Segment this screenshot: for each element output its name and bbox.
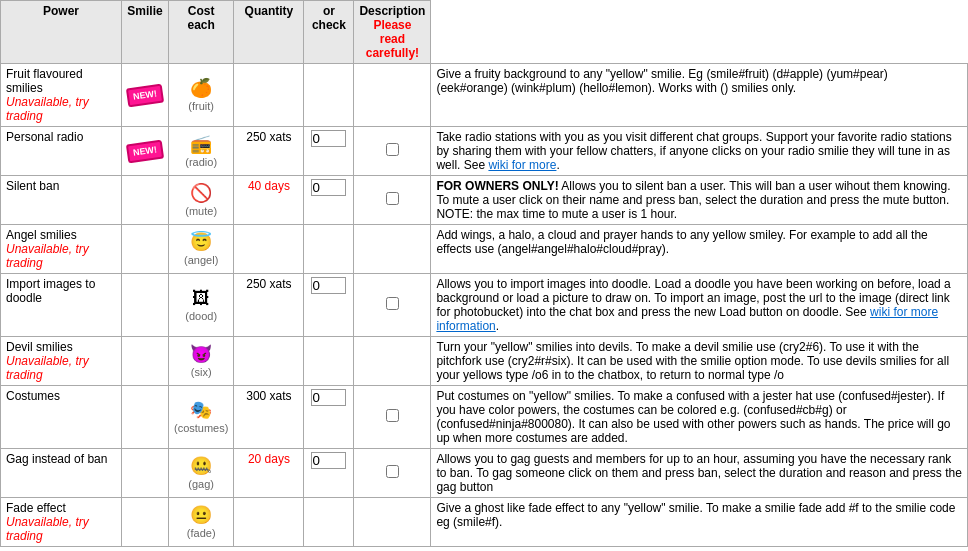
smilie-code: (costumes) (174, 422, 228, 434)
cost-cell: 250 xats (234, 274, 304, 337)
smilie-code: (gag) (188, 478, 214, 490)
cost-cell: 300 xats (234, 386, 304, 449)
description-text: Turn your "yellow" smilies into devils. … (436, 340, 949, 382)
cost-cell (234, 225, 304, 274)
check-cell (354, 449, 431, 498)
smilie-code: (angel) (184, 254, 218, 266)
description-warning: Please read carefully! (366, 18, 419, 60)
check-checkbox[interactable] (386, 297, 399, 310)
description-text: Give a ghost like fade effect to any "ye… (436, 501, 955, 529)
badge-cell: NEW! (121, 127, 168, 176)
table-row: Silent ban🚫(mute)40 daysFOR OWNERS ONLY!… (1, 176, 968, 225)
description-cell: Take radio stations with you as you visi… (431, 127, 968, 176)
description-cell: Give a fruity background to any "yellow"… (431, 64, 968, 127)
check-checkbox[interactable] (386, 465, 399, 478)
description-bold: FOR OWNERS ONLY! (436, 179, 558, 193)
badge-cell (121, 337, 168, 386)
table-row: Costumes🎭(costumes)300 xatsPut costumes … (1, 386, 968, 449)
smilie-code: (fruit) (188, 100, 214, 112)
power-cell: Fade effectUnavailable, try trading (1, 498, 122, 547)
smilie-code: (mute) (185, 205, 217, 217)
power-name: Fade effect (6, 501, 66, 515)
smilie-cell: 🤐(gag) (168, 449, 233, 498)
smilie-icon: 😐 (190, 505, 212, 525)
smilie-cell: 📻(radio) (168, 127, 233, 176)
description-link[interactable]: wiki for more (488, 158, 556, 172)
quantity-input[interactable] (311, 179, 346, 196)
description-cell: Put costumes on "yellow" smilies. To mak… (431, 386, 968, 449)
smilie-icon: 📻 (190, 134, 212, 154)
quantity-cell (304, 337, 354, 386)
cost-cell: 20 days (234, 449, 304, 498)
smilie-icon: 🍊 (190, 78, 212, 98)
smilie-cell: 🎭(costumes) (168, 386, 233, 449)
table-row: Devil smiliesUnavailable, try trading😈(s… (1, 337, 968, 386)
power-unavailable: Unavailable, try trading (6, 354, 89, 382)
quantity-input[interactable] (311, 389, 346, 406)
badge-cell (121, 274, 168, 337)
smilie-icon: 😇 (190, 232, 212, 252)
table-row: Personal radioNEW!📻(radio)250 xatsTake r… (1, 127, 968, 176)
smilie-cell: 🚫(mute) (168, 176, 233, 225)
power-cell: Costumes (1, 386, 122, 449)
check-checkbox[interactable] (386, 143, 399, 156)
check-checkbox[interactable] (386, 192, 399, 205)
table-row: Angel smiliesUnavailable, try trading😇(a… (1, 225, 968, 274)
power-name: Gag instead of ban (6, 452, 107, 466)
check-checkbox[interactable] (386, 409, 399, 422)
check-cell (354, 386, 431, 449)
description-text: Add wings, a halo, a cloud and prayer ha… (436, 228, 927, 256)
smilie-code: (six) (191, 366, 212, 378)
col-check: or check (304, 1, 354, 64)
quantity-cell (304, 127, 354, 176)
quantity-input[interactable] (311, 452, 346, 469)
description-text: . (556, 158, 559, 172)
badge-cell: NEW! (121, 64, 168, 127)
cost-cell: 250 xats (234, 127, 304, 176)
power-unavailable: Unavailable, try trading (6, 242, 89, 270)
smilie-cell: 😈(six) (168, 337, 233, 386)
check-cell (354, 498, 431, 547)
col-description: Description Please read carefully! (354, 1, 431, 64)
col-quantity: Quantity (234, 1, 304, 64)
col-smilie: Smilie (121, 1, 168, 64)
badge-cell (121, 498, 168, 547)
smilie-code: (radio) (185, 156, 217, 168)
power-name: Fruit flavoured smilies (6, 67, 83, 95)
power-cell: Devil smiliesUnavailable, try trading (1, 337, 122, 386)
cost-value: 250 xats (246, 130, 291, 144)
check-cell (354, 127, 431, 176)
smilie-icon: 😈 (190, 344, 212, 364)
check-cell (354, 274, 431, 337)
quantity-input[interactable] (311, 277, 346, 294)
table-row: Fruit flavoured smiliesUnavailable, try … (1, 64, 968, 127)
description-text: . (496, 319, 499, 333)
description-cell: Turn your "yellow" smilies into devils. … (431, 337, 968, 386)
table-row: Import images to doodle🖼(dood)250 xatsAl… (1, 274, 968, 337)
badge-cell (121, 176, 168, 225)
col-power: Power (1, 1, 122, 64)
description-text: Give a fruity background to any "yellow"… (436, 67, 887, 95)
power-name: Silent ban (6, 179, 59, 193)
power-cell: Angel smiliesUnavailable, try trading (1, 225, 122, 274)
power-cell: Personal radio (1, 127, 122, 176)
col-cost: Cost each (168, 1, 233, 64)
power-cell: Gag instead of ban (1, 449, 122, 498)
cost-value: 250 xats (246, 277, 291, 291)
power-unavailable: Unavailable, try trading (6, 95, 89, 123)
power-cell: Silent ban (1, 176, 122, 225)
new-badge: NEW! (126, 139, 164, 163)
description-text: Put costumes on "yellow" smilies. To mak… (436, 389, 950, 445)
description-cell: Give a ghost like fade effect to any "ye… (431, 498, 968, 547)
quantity-cell (304, 64, 354, 127)
smilie-code: (fade) (187, 527, 216, 539)
description-cell: FOR OWNERS ONLY! Allows you to silent ba… (431, 176, 968, 225)
smilie-icon: 🎭 (190, 400, 212, 420)
cost-cell (234, 64, 304, 127)
check-cell (354, 225, 431, 274)
check-cell (354, 64, 431, 127)
check-cell (354, 176, 431, 225)
quantity-cell (304, 225, 354, 274)
cost-cell (234, 337, 304, 386)
quantity-input[interactable] (311, 130, 346, 147)
